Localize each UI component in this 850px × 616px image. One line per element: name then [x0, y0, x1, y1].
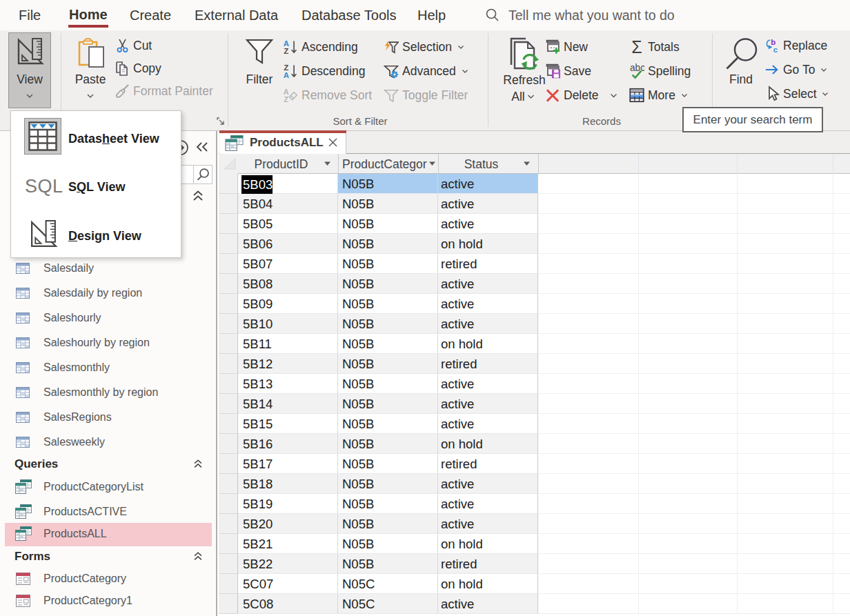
svg-text:A: A — [284, 71, 289, 79]
svg-text:abc: abc — [630, 63, 644, 73]
svg-text:Z: Z — [284, 95, 288, 103]
svg-text:c: c — [773, 46, 778, 54]
svg-text:Z: Z — [284, 47, 288, 55]
